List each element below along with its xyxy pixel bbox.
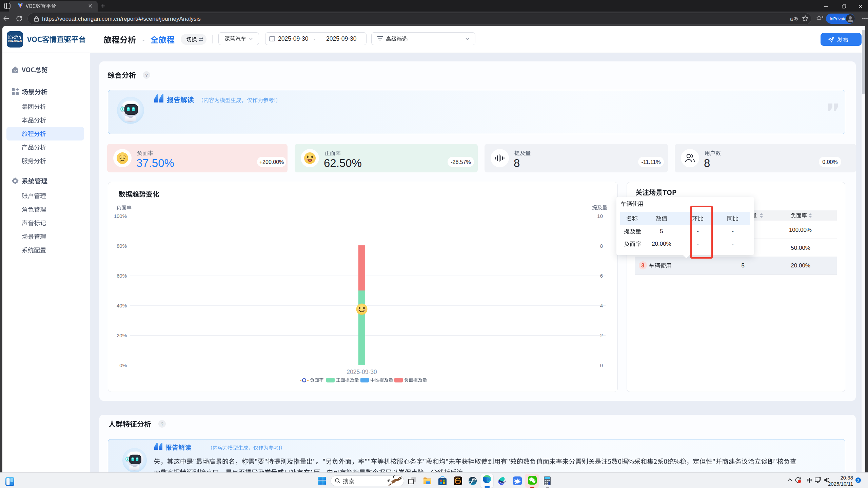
svg-text:?: ? — [145, 73, 147, 78]
svg-text:?: ? — [161, 421, 163, 427]
